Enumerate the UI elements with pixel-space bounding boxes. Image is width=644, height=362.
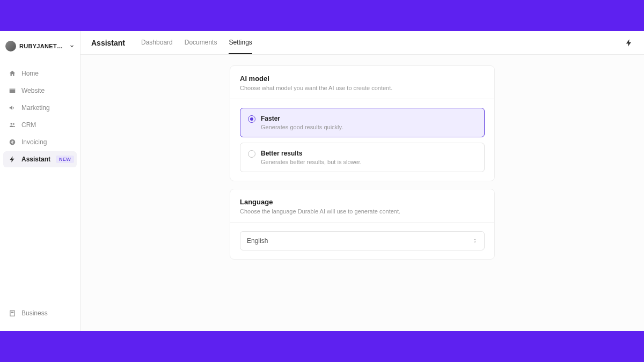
- tab-documents[interactable]: Documents: [185, 31, 217, 54]
- sidebar: RUBYJANETE... Home Website Marketing CRM: [0, 31, 80, 331]
- option-content: Better results Generates better results,…: [261, 150, 477, 165]
- website-icon: [9, 87, 16, 94]
- svg-point-3: [13, 123, 14, 125]
- svg-point-2: [11, 123, 13, 125]
- language-card: Language Choose the language Durable AI …: [230, 189, 495, 260]
- top-banner: [0, 0, 644, 31]
- ai-option-faster[interactable]: Faster Generates good results quickly.: [240, 108, 485, 137]
- sidebar-item-home[interactable]: Home: [3, 65, 77, 82]
- language-select[interactable]: English: [240, 231, 485, 250]
- new-badge: NEW: [56, 156, 74, 163]
- sidebar-item-invoicing[interactable]: Invoicing: [3, 134, 77, 150]
- page-title: Assistant: [91, 39, 125, 47]
- sidebar-item-label: Website: [21, 87, 45, 94]
- card-body: English: [230, 223, 494, 259]
- assistant-icon: [9, 156, 16, 163]
- home-icon: [9, 70, 16, 77]
- sidebar-item-label: Business: [21, 309, 48, 317]
- card-title: Language: [240, 198, 485, 206]
- svg-rect-1: [10, 88, 16, 90]
- card-header: Language Choose the language Durable AI …: [230, 189, 494, 223]
- sidebar-item-marketing[interactable]: Marketing: [3, 100, 77, 116]
- sidebar-item-label: CRM: [21, 121, 36, 129]
- topbar: Assistant Dashboard Documents Settings: [80, 31, 644, 55]
- option-title: Faster: [261, 115, 477, 122]
- main: Assistant Dashboard Documents Settings A…: [80, 31, 644, 331]
- sidebar-item-label: Home: [21, 70, 39, 77]
- sidebar-item-website[interactable]: Website: [3, 83, 77, 99]
- user-name: RUBYJANETE...: [19, 43, 66, 49]
- tab-dashboard[interactable]: Dashboard: [141, 31, 173, 54]
- content: AI model Choose what model you want the …: [80, 55, 644, 270]
- chevron-updown-icon: [472, 237, 478, 245]
- sidebar-item-label: Marketing: [21, 104, 50, 112]
- tab-settings[interactable]: Settings: [229, 31, 252, 54]
- card-body: Faster Generates good results quickly. B…: [230, 99, 494, 181]
- ai-model-card: AI model Choose what model you want the …: [230, 65, 495, 181]
- chevron-down-icon: [69, 43, 75, 49]
- sidebar-item-assistant[interactable]: Assistant NEW: [3, 151, 77, 167]
- nav-items: Home Website Marketing CRM Invoicing Ass…: [0, 59, 80, 302]
- avatar: [5, 41, 16, 51]
- card-title: AI model: [240, 75, 485, 83]
- sidebar-footer: Business: [0, 302, 80, 324]
- sidebar-item-label: Assistant: [21, 156, 50, 163]
- invoicing-icon: [9, 138, 16, 146]
- select-value: English: [247, 237, 268, 245]
- card-description: Choose the language Durable AI will use …: [240, 208, 485, 215]
- sidebar-item-business[interactable]: Business: [5, 306, 75, 320]
- marketing-icon: [9, 104, 16, 112]
- lightning-icon[interactable]: [625, 39, 633, 47]
- option-description: Generates good results quickly.: [261, 124, 477, 130]
- ai-option-better[interactable]: Better results Generates better results,…: [240, 143, 485, 172]
- card-header: AI model Choose what model you want the …: [230, 66, 494, 99]
- svg-rect-6: [11, 312, 12, 313]
- option-description: Generates better results, but is slower.: [261, 159, 477, 165]
- app-container: RUBYJANETE... Home Website Marketing CRM: [0, 31, 644, 331]
- option-content: Faster Generates good results quickly.: [261, 115, 477, 130]
- tabs: Dashboard Documents Settings: [141, 31, 252, 54]
- card-description: Choose what model you want the AI use to…: [240, 85, 485, 91]
- crm-icon: [9, 121, 16, 129]
- radio-button: [248, 115, 255, 123]
- sidebar-item-crm[interactable]: CRM: [3, 117, 77, 133]
- radio-button: [248, 150, 255, 158]
- option-title: Better results: [261, 150, 477, 157]
- sidebar-item-label: Invoicing: [21, 138, 47, 146]
- business-icon: [9, 309, 16, 317]
- svg-rect-5: [10, 311, 14, 316]
- user-menu[interactable]: RUBYJANETE...: [0, 38, 80, 59]
- svg-rect-7: [13, 312, 13, 313]
